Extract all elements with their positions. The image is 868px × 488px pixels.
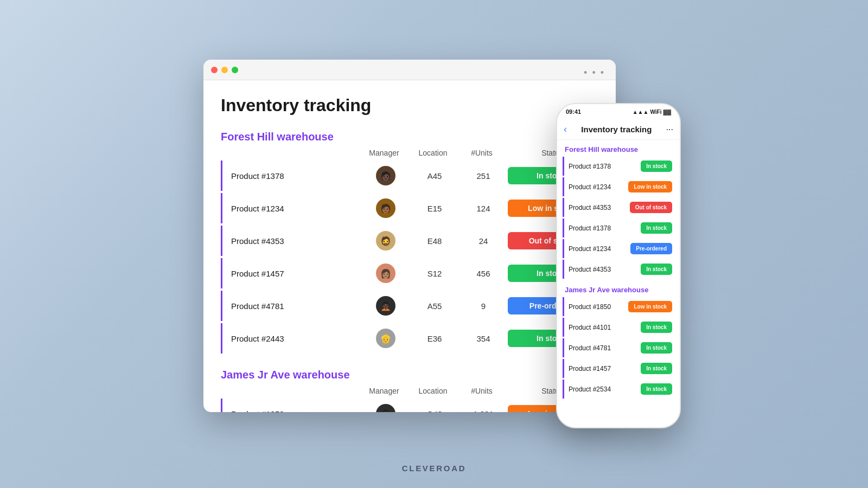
- wifi-icon: WiFi: [650, 109, 661, 115]
- product-name: Product #4353: [231, 236, 361, 246]
- phone-james-list: Product #1850 Low in stock Product #4101…: [563, 297, 674, 399]
- phone-status-bar: 09:41 ▲▲▲ WiFi ▓▓: [557, 104, 680, 119]
- avatar: 👴: [376, 329, 395, 348]
- product-name: Product #1378: [231, 171, 361, 181]
- scene: • • • Inventory tracking Forest Hill war…: [203, 60, 665, 428]
- product-name: Product #1378: [569, 163, 611, 170]
- location-cell: E15: [410, 204, 459, 213]
- avatar: 🧑🏾: [376, 198, 395, 218]
- col-product2: [229, 387, 360, 395]
- location-cell: E36: [410, 334, 459, 343]
- status-badge: In stock: [641, 322, 672, 333]
- list-item: Product #1378 In stock: [563, 157, 674, 176]
- phone-time: 09:41: [566, 108, 581, 115]
- avatar: 🧑🏿‍🦱: [376, 404, 395, 412]
- signal-bars: ▲▲▲: [633, 109, 649, 115]
- james-product-list: Product #1850 🧑🏿‍🦱 Q42 1,221 Low in stoc…: [221, 399, 598, 412]
- table-row: Product #4781 🧑🏿‍🦱 A55 9 Pre-ordered: [221, 291, 598, 321]
- list-item: Product #1850 Low in stock: [563, 297, 674, 316]
- status-badge: Low in stock: [628, 301, 672, 312]
- battery-icon: ▓▓: [663, 109, 671, 115]
- units-cell: 1,221: [459, 409, 508, 413]
- table-row: Product #1457 👩🏽 S12 456 In stock: [221, 258, 598, 288]
- table-row: Product #1234 🧑🏾 E15 124 Low in stock: [221, 193, 598, 223]
- phone-title: Inventory tracking: [581, 125, 652, 134]
- units-cell: 251: [459, 171, 508, 181]
- table-row: Product #1378 🧑🏿 A45 251 In stock: [221, 160, 598, 191]
- product-name: Product #1234: [569, 245, 611, 253]
- units-cell: 456: [459, 269, 508, 278]
- forest-product-list: Product #1378 🧑🏿 A45 251 In stock Produc…: [221, 160, 598, 354]
- list-item: Product #1378 In stock: [563, 219, 674, 237]
- product-name: Product #4353: [569, 204, 611, 211]
- forest-hill-section: Forest Hill warehouse Manager Location #…: [221, 131, 598, 354]
- product-name: Product #2534: [569, 386, 611, 393]
- col-manager2: Manager: [360, 387, 409, 395]
- status-badge: In stock: [641, 342, 672, 354]
- james-section: James Jr Ave warehouse Manager Location …: [221, 369, 598, 412]
- forest-hill-title: Forest Hill warehouse: [221, 131, 598, 143]
- col-location2: Location: [409, 387, 457, 395]
- phone-back-button[interactable]: ‹: [564, 124, 567, 135]
- phone-signal: ▲▲▲ WiFi ▓▓: [633, 109, 671, 115]
- product-name: Product #1457: [569, 365, 611, 373]
- col-units2: #Units: [457, 387, 506, 395]
- status-badge: Out of stock: [630, 202, 672, 213]
- list-item: Product #1234 Low in stock: [563, 177, 674, 196]
- status-badge: Pre-ordered: [630, 243, 672, 254]
- phone-forest-list: Product #1378 In stock Product #1234 Low…: [563, 157, 674, 279]
- list-item: Product #4781 In stock: [563, 338, 674, 357]
- location-cell: S12: [410, 269, 459, 278]
- phone-forest-title: Forest Hill warehouse: [563, 140, 674, 157]
- traffic-light-red[interactable]: [211, 67, 218, 73]
- status-badge: In stock: [641, 383, 672, 395]
- avatar: 👩🏽: [376, 264, 395, 283]
- col-product: [229, 149, 360, 157]
- traffic-light-yellow[interactable]: [221, 67, 228, 73]
- units-cell: 9: [459, 301, 508, 311]
- product-name: Product #1457: [231, 269, 361, 278]
- product-name: Product #4781: [569, 344, 611, 352]
- list-item: Product #4101 In stock: [563, 318, 674, 337]
- table-row: Product #2443 👴 E36 354 In stock: [221, 323, 598, 354]
- phone-more-button[interactable]: ···: [666, 125, 673, 134]
- product-name: Product #1234: [569, 183, 611, 191]
- avatar: 🧑🏿‍🦱: [376, 296, 395, 316]
- col-location: Location: [409, 149, 457, 157]
- james-title: James Jr Ave warehouse: [221, 369, 598, 381]
- list-item: Product #2534 In stock: [563, 380, 674, 399]
- brand-label: CLEVEROAD: [402, 464, 466, 473]
- status-badge: In stock: [641, 363, 672, 374]
- table-row: Product #4353 🧔 E48 24 Out of stock: [221, 226, 598, 256]
- status-badge: In stock: [641, 264, 672, 275]
- units-cell: 124: [459, 204, 508, 213]
- location-cell: A45: [410, 171, 459, 181]
- forest-table-header: Manager Location #Units Status: [221, 149, 598, 160]
- list-item: Product #1234 Pre-ordered: [563, 239, 674, 258]
- status-badge: Low in stock: [628, 181, 672, 192]
- page-title: Inventory tracking: [221, 95, 598, 115]
- phone-header: ‹ Inventory tracking ···: [557, 119, 680, 140]
- status-badge: In stock: [641, 222, 672, 234]
- status-badge: In stock: [641, 160, 672, 172]
- desktop-window: • • • Inventory tracking Forest Hill war…: [203, 60, 616, 412]
- product-name: Product #4353: [569, 266, 611, 273]
- col-units: #Units: [457, 149, 506, 157]
- units-cell: 354: [459, 334, 508, 343]
- list-item: Product #4353 In stock: [563, 260, 674, 279]
- avatar: 🧔: [376, 231, 395, 251]
- window-titlebar: [203, 60, 616, 80]
- location-cell: Q42: [410, 409, 459, 413]
- col-manager: Manager: [360, 149, 409, 157]
- avatar: 🧑🏿: [376, 166, 395, 185]
- product-name: Product #1378: [569, 224, 611, 232]
- window-content: • • • Inventory tracking Forest Hill war…: [203, 80, 616, 412]
- product-name: Product #1850: [231, 409, 361, 413]
- product-name: Product #1234: [231, 204, 361, 213]
- product-name: Product #2443: [231, 334, 361, 343]
- table-row: Product #1850 🧑🏿‍🦱 Q42 1,221 Low in stoc…: [221, 399, 598, 412]
- traffic-light-green[interactable]: [232, 67, 238, 73]
- list-item: Product #4353 Out of stock: [563, 198, 674, 217]
- product-name: Product #1850: [569, 303, 611, 311]
- units-cell: 24: [459, 236, 508, 246]
